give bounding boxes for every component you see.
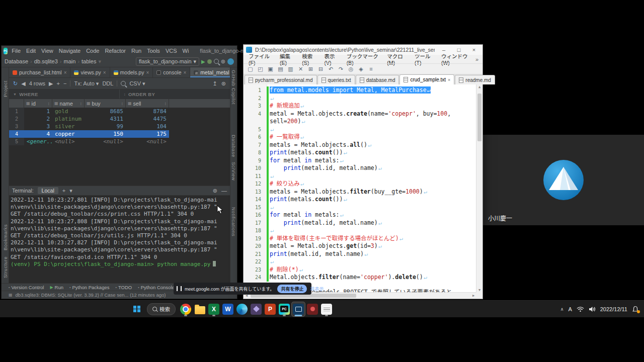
breadcrumb-item[interactable]: main [64,58,76,64]
taskbar-search[interactable]: 検索 [147,303,176,315]
code-line[interactable]: 13metals = Metal.objects.filter(buy__gte… [244,188,476,196]
export-icon[interactable]: ↥ [213,80,217,87]
cell-id[interactable]: 1 [24,108,52,115]
open-file-icon[interactable]: ◰ [256,65,265,73]
copilot-avatar[interactable] [227,58,234,65]
new-file-icon[interactable]: ▢ [246,65,255,73]
code-line[interactable]: 24Metal.objects.filter(name='copper').de… [244,274,476,282]
save-icon[interactable]: ▣ [266,65,275,73]
ime-indicator[interactable]: A [568,306,572,312]
column-header-sell[interactable]: ▦sell↕ [126,99,169,108]
code-line[interactable]: 21print(metal.id, metal.name)↵ [244,250,476,258]
menu-overflow-icon[interactable]: » [475,56,480,62]
purple-app-icon[interactable] [249,302,263,317]
menu-view[interactable]: View [41,48,54,54]
breadcrumb-item[interactable]: Database [5,58,28,64]
chevron-down-icon[interactable]: ▾ [98,58,101,65]
column-header-name[interactable]: ▦name↕ [52,99,85,108]
stop-sharing-button[interactable]: 共有を停止 [277,285,307,293]
toolwindow-button-github-copilot[interactable]: GitHub Copilot [231,70,236,105]
scroll-right-icon[interactable]: ▶ [470,293,476,299]
tab-views-py[interactable]: views.py× [70,67,110,77]
pycharm-icon[interactable]: PC [277,302,291,317]
undo-icon[interactable]: ↶ [327,65,335,73]
toolwindow-button-notifications[interactable]: Notifications [231,207,236,236]
terminal-tab-local[interactable]: Local [38,187,58,194]
toolwindow-button-python-console[interactable]: ▪Python Console [138,285,175,290]
tab-database-md[interactable]: database.md [356,75,399,84]
redo-icon[interactable]: ↷ [337,65,345,73]
scroll-up-icon[interactable]: ▲ [476,85,482,89]
code-line[interactable]: 17 print(metal.id, metal.name)↵ [244,219,476,227]
close-icon[interactable]: × [448,77,450,82]
cell-sell[interactable]: 4475 [126,115,169,123]
participant-video-tile[interactable]: 小川慶一 [483,135,644,225]
menu-run[interactable]: Run [131,48,142,54]
ddl-button[interactable]: DDL [102,80,113,86]
toolwindow-button-database[interactable]: Database [231,135,236,157]
code-line[interactable]: 10 print(metal.id, metal.name)↵ [244,164,476,172]
find-icon[interactable]: ◎ [347,65,355,73]
toolwindow-button-sciview[interactable]: SciView [231,162,236,180]
code-line[interactable]: 3# 新規追加↵ [244,102,476,110]
cell-sell[interactable]: 8784 [126,108,169,115]
code-line[interactable]: 9for metal in metals:↵ [244,157,476,165]
cell-name[interactable]: platinum [52,115,85,123]
grid-settings-icon[interactable]: ⊛ [221,80,226,87]
code-line[interactable]: 2↵ [244,95,476,103]
tab-models-py[interactable]: models.py× [110,67,153,77]
cell-name[interactable]: copper [52,130,85,138]
toolwindow-button-version-control[interactable]: ▪Version Control [9,285,44,290]
menu-vcs[interactable]: VCS [165,48,178,54]
code-line[interactable]: sell=200)↵ [244,118,476,126]
replace-icon[interactable]: ◈ [357,65,365,73]
add-row-icon[interactable]: + [57,80,60,86]
edge-icon[interactable] [235,302,249,317]
tab-readme-md[interactable]: readme.md [455,75,495,84]
menu-tools[interactable]: Tools [146,48,160,54]
copy-icon[interactable]: ⊞ [306,65,315,73]
volume-icon[interactable] [589,306,596,312]
code-line[interactable]: 8print(metals.count())↵ [244,149,476,157]
tab-pycharm-professional-md[interactable]: pycharm_professional.md [245,75,317,84]
delete-row-icon[interactable]: − [63,80,66,86]
vertical-scrollbar-thumb[interactable] [477,94,481,141]
start-button[interactable] [130,302,144,316]
settings-gear-icon[interactable]: ⊛ [221,58,225,65]
close-icon[interactable]: × [64,70,67,75]
code-line[interactable]: 20metal = Metal.objects.get(id=3)↵ [244,242,476,250]
refresh-icon[interactable]: ↻ [13,80,18,87]
terminal-settings-icon[interactable]: ⊛ [213,188,217,194]
cell-buy[interactable]: 99 [85,123,126,130]
debug-icon[interactable] [207,59,212,64]
print-icon[interactable]: ▥ [286,65,295,73]
tab-console[interactable]: console× [153,67,190,77]
next-page-icon[interactable]: ▶ [49,80,53,87]
paste-icon[interactable]: ⊟ [316,65,325,73]
code-line[interactable]: 7metals = Metal.objects.all()↵ [244,141,476,149]
toolwindow-button-bookmarks[interactable]: Bookmarks [3,224,8,250]
cell-buy[interactable]: <null> [85,138,126,145]
toolwindow-button-todo[interactable]: ▪TODO [115,285,132,290]
search-icon[interactable] [214,59,219,64]
tab-queries-txt[interactable]: queries.txt [317,75,355,84]
run-button[interactable]: ▶ [201,59,205,64]
cell-name[interactable]: gold [52,108,85,115]
code-line[interactable]: 12# 絞り込み↵ [244,180,476,188]
run-configuration-select[interactable]: flask_to_django-main ▾ [136,57,199,66]
cell-name[interactable]: silver [52,123,85,130]
table-row[interactable]: 44copper150175 [9,130,230,138]
screen-share-app-icon[interactable] [291,302,305,317]
code-line[interactable]: 5↵ [244,126,476,134]
table-row[interactable]: 22platinum43114475 [9,115,230,123]
code-line[interactable]: 6# 一覧取得↵ [244,133,476,141]
sort-icon[interactable]: ↕ [48,101,50,106]
toolwindow-button-python-packages[interactable]: ▪Python Packages [69,285,109,290]
chevron-down-icon[interactable]: ▾ [69,188,72,194]
breadcrumb-item[interactable]: db.sqlite3 [34,58,58,64]
close-icon[interactable]: × [183,70,186,75]
code-line[interactable]: 11↵ [244,172,476,180]
code-line[interactable]: 15↵ [244,204,476,212]
powerpoint-icon[interactable]: P [263,302,277,317]
word-icon[interactable]: W [221,302,235,317]
